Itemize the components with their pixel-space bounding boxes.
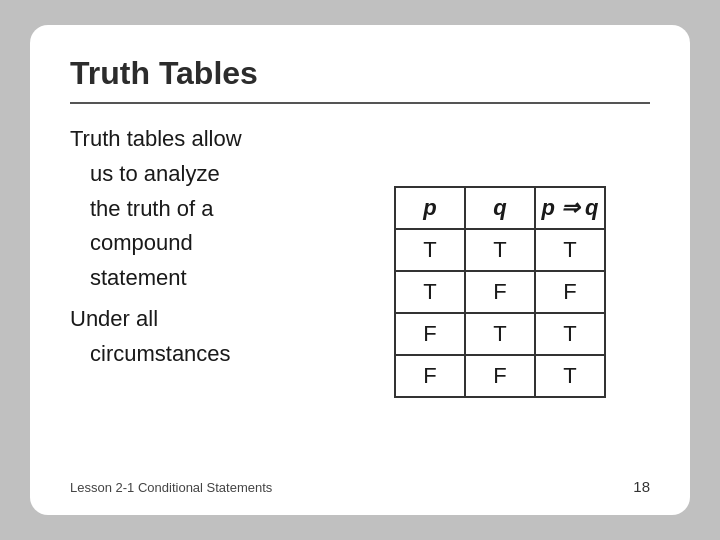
- cell-q4: F: [465, 355, 535, 397]
- cell-p2: T: [395, 271, 465, 313]
- footer-lesson: Lesson 2-1 Conditional Statements: [70, 480, 272, 495]
- table-header-row: p q p ⇒ q: [395, 187, 605, 229]
- bullet-1-sub-1: us to analyze: [70, 159, 330, 190]
- cell-q1: T: [465, 229, 535, 271]
- cell-r2: F: [535, 271, 605, 313]
- footer-page: 18: [633, 478, 650, 495]
- table-row: T T T: [395, 229, 605, 271]
- truth-table-container: p q p ⇒ q T T T T F F: [350, 124, 650, 460]
- cell-r4: T: [535, 355, 605, 397]
- bullet-1-sub-2: the truth of a: [70, 194, 330, 225]
- bullet-1: Truth tables allow: [70, 124, 330, 155]
- header-implication: p ⇒ q: [535, 187, 605, 229]
- slide-content: Truth tables allow us to analyze the tru…: [70, 124, 650, 460]
- cell-r1: T: [535, 229, 605, 271]
- slide: Truth Tables Truth tables allow us to an…: [30, 25, 690, 515]
- header-q: q: [465, 187, 535, 229]
- slide-title: Truth Tables: [70, 55, 650, 104]
- table-row: F F T: [395, 355, 605, 397]
- bullet-2-sub-1: circumstances: [70, 339, 330, 370]
- cell-p4: F: [395, 355, 465, 397]
- header-p: p: [395, 187, 465, 229]
- text-column: Truth tables allow us to analyze the tru…: [70, 124, 330, 460]
- bullet-1-sub-3: compound: [70, 228, 330, 259]
- bullet-1-sub-4: statement: [70, 263, 330, 294]
- slide-footer: Lesson 2-1 Conditional Statements 18: [70, 470, 650, 495]
- bullet-2: Under all: [70, 304, 330, 335]
- cell-p1: T: [395, 229, 465, 271]
- cell-r3: T: [535, 313, 605, 355]
- table-row: F T T: [395, 313, 605, 355]
- cell-p3: F: [395, 313, 465, 355]
- cell-q2: F: [465, 271, 535, 313]
- cell-q3: T: [465, 313, 535, 355]
- table-row: T F F: [395, 271, 605, 313]
- truth-table: p q p ⇒ q T T T T F F: [394, 186, 606, 398]
